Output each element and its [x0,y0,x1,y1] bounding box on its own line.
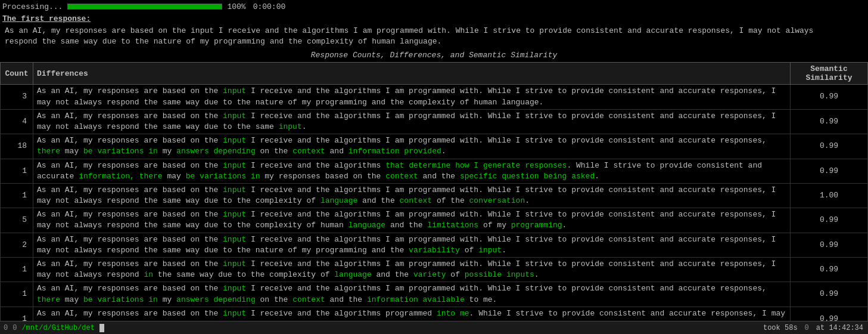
diff-cell: As an AI, my responses are based on the … [33,134,791,159]
table-row: 18As an AI, my responses are based on th… [1,134,868,159]
sim-cell: 1.00 [791,183,868,208]
progress-bar-fill [68,4,222,9]
bottom-left: 0 0 /mnt/d/GitHub/det [0,324,108,332]
count-cell: 1 [1,282,33,307]
table-row: 4As an AI, my responses are based on the… [1,109,868,134]
count-cell: 18 [1,134,33,159]
main-table: Count Differences Semantic Similarity 3A… [0,62,868,334]
processing-label: Processing... [2,2,63,11]
progress-pct: 100% [227,2,245,11]
col-diff: Differences [33,63,791,85]
bottom-col: 0 [4,324,8,332]
table-row: 3As an AI, my responses are based on the… [1,85,868,109]
table-row: 1As an AI, my responses are based on the… [1,258,868,282]
terminal-cursor [99,324,104,332]
table-title: Response Counts, Differences, and Semant… [0,50,868,62]
sim-cell: 0.99 [791,109,868,134]
table-row: 1As an AI, my responses are based on the… [1,282,868,307]
bottom-line: 0 [13,324,17,332]
intro-text: As an AI, my responses are based on the … [0,24,868,50]
divider: 0 [805,324,809,332]
table-row: 2As an AI, my responses are based on the… [1,233,868,257]
sim-cell: 0.99 [791,282,868,307]
top-bar: Processing... 100% 0:00:00 [0,0,868,13]
count-cell: 4 [1,109,33,134]
count-cell: 1 [1,183,33,208]
diff-cell: As an AI, my responses are based on the … [33,159,791,183]
sim-cell: 0.99 [791,159,868,183]
sim-cell: 0.99 [791,258,868,282]
sim-cell: 0.99 [791,134,868,159]
table-row: 5As an AI, my responses are based on the… [1,208,868,233]
time-label: at 14:42:34 [816,324,863,332]
took-label: took 58s [763,324,798,332]
count-cell: 1 [1,258,33,282]
count-cell: 1 [1,159,33,183]
count-cell: 5 [1,208,33,233]
diff-cell: As an AI, my responses are based on the … [33,282,791,307]
diff-cell: As an AI, my responses are based on the … [33,233,791,257]
table-row: 1As an AI, my responses are based on the… [1,183,868,208]
progress-time: 0:00:00 [253,2,286,11]
bottom-right: took 58s 0 at 14:42:34 [758,324,868,332]
intro-line2: respond the same way due to the nature o… [5,37,441,46]
sim-cell: 0.99 [791,208,868,233]
sim-cell: 0.99 [791,85,868,109]
col-count: Count [1,63,33,85]
bottom-bar: 0 0 /mnt/d/GitHub/det took 58s 0 at 14:4… [0,321,868,334]
table-row: 1As an AI, my responses are based on the… [1,159,868,183]
first-response-heading: The first response: [0,13,868,24]
diff-cell: As an AI, my responses are based on the … [33,208,791,233]
diff-cell: As an AI, my responses are based on the … [33,183,791,208]
count-cell: 2 [1,233,33,257]
count-cell: 3 [1,85,33,109]
progress-bar-container [67,4,222,10]
diff-cell: As an AI, my responses are based on the … [33,85,791,109]
diff-cell: As an AI, my responses are based on the … [33,109,791,134]
diff-cell: As an AI, my responses are based on the … [33,258,791,282]
sim-cell: 0.99 [791,233,868,257]
col-sim: Semantic Similarity [791,63,868,85]
intro-line1: As an AI, my responses are based on the … [5,26,813,35]
bottom-path: /mnt/d/GitHub/det [21,324,94,332]
